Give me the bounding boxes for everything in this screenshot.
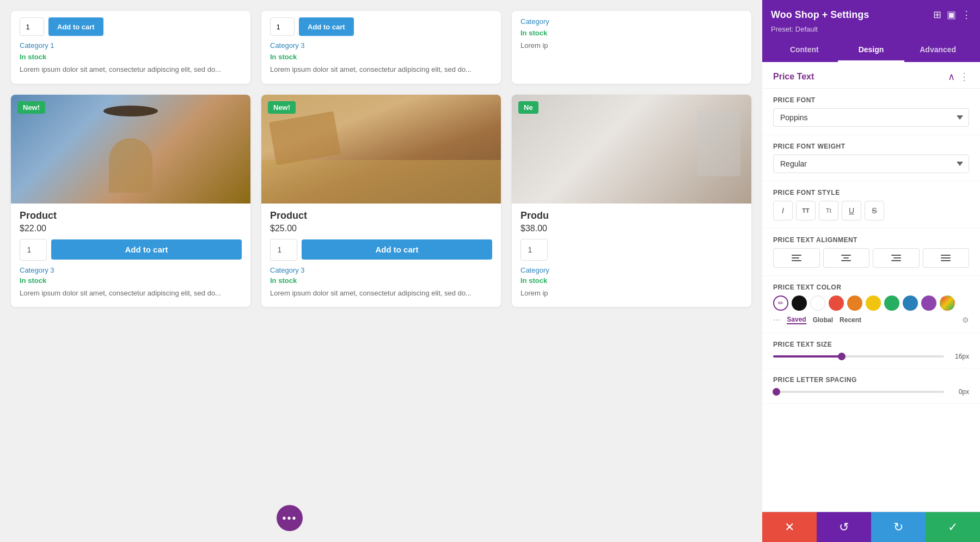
- top-card-1-stock: In stock: [20, 53, 242, 61]
- price-letter-spacing-slider-thumb[interactable]: [773, 388, 780, 396]
- product-1-image-wrap: New!: [11, 95, 250, 204]
- section-menu-button[interactable]: ⋮: [959, 71, 969, 83]
- panel-header: Woo Shop + Settings ⊞ ▣ ⋮ Preset: Defaul…: [762, 0, 980, 62]
- font-style-italic-button[interactable]: I: [773, 201, 793, 220]
- product-3-image-wrap: Ne: [512, 95, 751, 204]
- align-left-icon: [789, 252, 804, 263]
- cancel-icon: ✕: [785, 520, 794, 534]
- align-justify-button[interactable]: [923, 248, 970, 268]
- product-3-qty[interactable]: [520, 239, 548, 261]
- color-swatch-black[interactable]: [792, 295, 807, 311]
- product-1-add-to-cart-button[interactable]: Add to cart: [51, 239, 242, 260]
- undo-button[interactable]: ↺: [817, 512, 871, 542]
- panel-footer: ✕ ↺ ↻ ✓: [762, 512, 980, 542]
- product-1-category[interactable]: Category 3: [20, 266, 242, 274]
- color-swatch-purple[interactable]: [921, 295, 936, 311]
- top-card-2-add-to-cart[interactable]: Add to cart: [299, 17, 354, 36]
- font-style-strikethrough-button[interactable]: S: [865, 201, 884, 220]
- font-style-buttons: I TT Tt U S: [773, 201, 969, 220]
- tab-content[interactable]: Content: [771, 39, 838, 62]
- product-1-actions: Add to cart: [20, 239, 242, 261]
- color-swatch-orange[interactable]: [847, 295, 862, 311]
- color-swatch-green[interactable]: [884, 295, 899, 311]
- product-2-add-to-cart-button[interactable]: Add to cart: [302, 239, 492, 260]
- product-2-desc: Lorem ipsum dolor sit amet, consectetur …: [270, 288, 492, 299]
- product-2-actions: Add to cart: [270, 239, 492, 261]
- section-collapse-button[interactable]: ∧: [948, 71, 955, 83]
- alignment-buttons: [773, 248, 969, 268]
- price-font-weight-select[interactable]: Regular Bold Light Medium SemiBold: [773, 155, 969, 173]
- font-style-capitalize-button[interactable]: Tt: [819, 201, 838, 220]
- align-center-button[interactable]: [823, 248, 870, 268]
- product-1-qty[interactable]: [20, 239, 47, 261]
- font-style-uppercase-button[interactable]: TT: [796, 201, 816, 220]
- redo-icon: ↻: [893, 520, 903, 534]
- price-letter-spacing-label: Price Letter Spacing: [773, 376, 969, 384]
- floating-dots-icon: •••: [282, 512, 297, 525]
- price-text-alignment-field: Price Text Alignment: [762, 229, 980, 276]
- top-card-2-stock: In stock: [270, 53, 492, 61]
- color-swatch-red[interactable]: [829, 295, 844, 311]
- price-text-size-slider-thumb[interactable]: [838, 353, 846, 360]
- price-letter-spacing-slider-row: 0px: [773, 388, 969, 396]
- panel-preset[interactable]: Preset: Default: [771, 25, 971, 33]
- price-font-select[interactable]: Poppins Arial Roboto Open Sans: [773, 108, 969, 127]
- color-swatch-blue[interactable]: [903, 295, 918, 311]
- price-text-size-slider-track[interactable]: [773, 355, 944, 358]
- price-text-color-field: Price Text Color ✏ ··· Saved G: [762, 276, 980, 333]
- top-card-3-category[interactable]: Category: [520, 17, 743, 26]
- top-card-3-desc: Lorem ip: [520, 40, 743, 51]
- color-settings-icon[interactable]: ⚙: [962, 316, 969, 324]
- layout-icon[interactable]: ▣: [947, 9, 956, 21]
- font-style-underline-button[interactable]: U: [842, 201, 861, 220]
- top-card-1-category[interactable]: Category 1: [20, 41, 242, 50]
- panel-header-top: Woo Shop + Settings ⊞ ▣ ⋮: [771, 9, 971, 21]
- align-right-button[interactable]: [873, 248, 920, 268]
- color-swatch-white[interactable]: [810, 295, 825, 311]
- color-tab-global[interactable]: Global: [813, 316, 833, 324]
- price-font-label: Price Font: [773, 96, 969, 104]
- cancel-button[interactable]: ✕: [762, 512, 817, 542]
- eyedropper-button[interactable]: ✏: [773, 295, 788, 311]
- top-card-3: Category In stock Lorem ip: [512, 11, 751, 84]
- more-options-icon[interactable]: ⋮: [961, 9, 971, 21]
- product-2-category[interactable]: Category 3: [270, 266, 492, 274]
- price-letter-spacing-slider-track[interactable]: [773, 391, 944, 393]
- top-card-2-category[interactable]: Category 3: [270, 41, 492, 50]
- color-swatch-gradient[interactable]: [940, 295, 955, 311]
- color-tab-saved[interactable]: Saved: [787, 316, 806, 324]
- tab-advanced[interactable]: Advanced: [904, 39, 971, 62]
- product-2-qty[interactable]: [270, 239, 297, 261]
- color-swatches-row: ✏: [773, 295, 969, 311]
- redo-button[interactable]: ↻: [871, 512, 926, 542]
- product-1-badge: New!: [17, 101, 45, 114]
- product-card-2: New! Product $25.00 Add to cart Category…: [261, 95, 501, 307]
- product-2-image-wrap: New!: [261, 95, 501, 204]
- top-card-1-add-to-cart[interactable]: Add to cart: [48, 17, 103, 36]
- floating-menu-button[interactable]: •••: [277, 505, 303, 531]
- color-more-dots[interactable]: ···: [773, 315, 780, 325]
- price-font-field: Price Font Poppins Arial Roboto Open San…: [762, 89, 980, 135]
- color-tab-recent[interactable]: Recent: [840, 316, 861, 324]
- color-tabs-row: ··· Saved Global Recent ⚙: [773, 315, 969, 325]
- tab-design[interactable]: Design: [838, 39, 905, 62]
- top-card-2: Add to cart Category 3 In stock Lorem ip…: [261, 11, 501, 84]
- price-text-size-field: Price Text Size 16px: [762, 333, 980, 368]
- product-card-1: New! Product $22.00 Add to cart Category…: [11, 95, 250, 307]
- product-2-image: [261, 95, 501, 204]
- top-product-row: Add to cart Category 1 In stock Lorem ip…: [11, 11, 751, 84]
- product-3-badge: Ne: [518, 101, 538, 114]
- panel-tabs: Content Design Advanced: [771, 39, 971, 62]
- top-card-1-qty[interactable]: [20, 17, 44, 36]
- price-font-weight-label: Price Font Weight: [773, 143, 969, 150]
- align-left-button[interactable]: [773, 248, 820, 268]
- top-card-2-qty[interactable]: [270, 17, 295, 36]
- product-1-image: [11, 95, 250, 204]
- product-3-category[interactable]: Category: [520, 266, 743, 274]
- product-3-title: Produ: [520, 210, 743, 221]
- section-controls: ∧ ⋮: [948, 71, 969, 83]
- settings-icon[interactable]: ⊞: [933, 9, 941, 21]
- product-2-title: Product: [270, 210, 492, 221]
- color-swatch-yellow[interactable]: [866, 295, 881, 311]
- confirm-button[interactable]: ✓: [926, 512, 980, 542]
